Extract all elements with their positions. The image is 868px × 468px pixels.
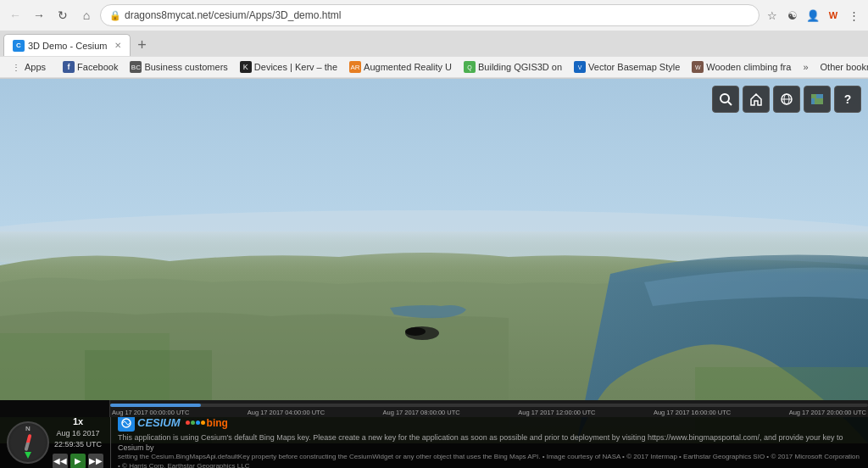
bing-icon (186, 421, 205, 425)
bookmark-business-customers[interactable]: BC Business customers (125, 59, 232, 75)
map-button[interactable] (804, 86, 831, 113)
cesium-text: CESIUM (137, 416, 181, 429)
bing-text: bing (207, 417, 228, 429)
bookmark-qgis-label: Building QGIS3D on (478, 62, 562, 72)
bookmark-facebook[interactable]: f Facebook (58, 59, 123, 75)
bookmark-kerv[interactable]: K Devices | Kerv – the (235, 59, 342, 75)
tl-label-1: Aug 17 2017 04:00:00 UTC (248, 409, 325, 416)
info-text: This application is using Cesium's defau… (118, 433, 861, 453)
compass[interactable]: N (7, 421, 49, 464)
vbs-icon: V (574, 61, 586, 73)
svg-line-9 (728, 102, 732, 105)
globe-button[interactable] (773, 86, 800, 113)
bookmark-facebook-label: Facebook (77, 62, 118, 72)
svg-rect-16 (815, 98, 823, 104)
bookmark-star-icon[interactable]: ☆ (763, 6, 782, 25)
date-line1: Aug 16 2017 (54, 428, 102, 439)
refresh-button[interactable]: ↻ (53, 5, 73, 25)
toolbar-icons: ☆ ☯ 👤 W ⋮ (763, 6, 863, 25)
address-text: dragons8mycat.net/cesium/Apps/3D_demo.ht… (125, 9, 750, 21)
bookmark-ar-label: Augmented Reality U (364, 62, 452, 72)
compass-needle (24, 434, 31, 451)
bc-icon: BC (130, 61, 142, 73)
tl-label-2: Aug 17 2017 08:00:00 UTC (382, 409, 459, 416)
left-controls: N 1x Aug 16 2017 22:59:35 UTC ◀◀ ▶ ▶▶ (0, 417, 110, 468)
bookmark-apps[interactable]: ⋮ Apps (5, 59, 51, 75)
bookmark-wooden-climbing[interactable]: W Wooden climbing fra (687, 59, 796, 75)
office-icon[interactable]: W (824, 6, 843, 25)
extension-icon[interactable]: ☯ (783, 6, 802, 25)
svg-point-6 (405, 327, 426, 336)
bookmark-vector-basemap[interactable]: V Vector Basemap Style (569, 59, 685, 75)
tl-label-0: Aug 17 2017 00:00:00 UTC (112, 409, 189, 416)
bookmark-wc-label: Wooden climbing fra (706, 62, 791, 72)
bookmark-apps-label: Apps (25, 62, 46, 72)
terrain-view (0, 79, 868, 443)
bookmark-qgis[interactable]: Q Building QGIS3D on (459, 59, 567, 75)
forward-button[interactable]: → (29, 5, 49, 25)
tl-label-3: Aug 17 2017 12:00:00 UTC (518, 409, 595, 416)
browser-chrome: ← → ↻ ⌂ 🔒 dragons8mycat.net/cesium/Apps/… (0, 0, 868, 79)
svg-rect-7 (0, 231, 868, 274)
other-bookmarks[interactable]: Other bookmarks (815, 60, 868, 74)
bookmark-kerv-label: Devices | Kerv – the (254, 62, 337, 72)
timeline-bar-area[interactable]: Aug 17 2017 00:00:00 UTC Aug 17 2017 04:… (110, 400, 868, 417)
address-bar[interactable]: 🔒 dragons8mycat.net/cesium/Apps/3D_demo.… (100, 4, 760, 26)
speed-value: 1x (73, 416, 83, 426)
svg-rect-14 (816, 94, 823, 98)
svg-rect-15 (811, 98, 815, 104)
tl-label-4: Aug 17 2017 16:00:00 UTC (654, 409, 731, 416)
bookmark-vbs-label: Vector Basemap Style (588, 62, 680, 72)
play-button[interactable]: ▶ (70, 454, 86, 468)
facebook-icon: f (63, 61, 75, 73)
lock-icon: 🔒 (109, 10, 121, 21)
compass-south-indicator (25, 452, 31, 459)
qgis-icon: Q (464, 61, 476, 73)
bookmarks-bar: ⋮ Apps f Facebook BC Business customers … (0, 56, 868, 78)
tabs-bar: C 3D Demo - Cesium ✕ + (0, 31, 868, 56)
date-line2: 22:59:35 UTC (54, 439, 102, 450)
search-viewer-button[interactable] (712, 86, 739, 113)
viewer-toolbar: ? (712, 86, 861, 113)
wc-icon: W (692, 61, 704, 73)
active-tab[interactable]: C 3D Demo - Cesium ✕ (3, 34, 131, 56)
rewind-button[interactable]: ◀◀ (53, 454, 68, 468)
back-button[interactable]: ← (5, 5, 25, 25)
copyright-text: setting the Cesium.BingMapsApi.defaultKe… (118, 453, 861, 468)
help-button[interactable]: ? (834, 86, 861, 113)
other-bookmarks-label: Other bookmarks (821, 62, 868, 72)
fast-forward-button[interactable]: ▶▶ (88, 454, 103, 468)
home-viewer-button[interactable] (743, 86, 770, 113)
svg-point-8 (721, 94, 729, 103)
datetime-display: Aug 16 2017 22:59:35 UTC (54, 428, 102, 449)
ar-icon: AR (349, 61, 361, 73)
timeline-labels: Aug 17 2017 00:00:00 UTC Aug 17 2017 04:… (110, 400, 868, 417)
tab-favicon: C (13, 40, 25, 52)
help-icon: ? (844, 92, 852, 106)
svg-rect-13 (811, 94, 816, 98)
apps-icon: ⋮ (10, 61, 22, 73)
bookmark-augmented-reality[interactable]: AR Augmented Reality U (344, 59, 457, 75)
timeline-container[interactable]: Aug 17 2017 00:00:00 UTC Aug 17 2017 04:… (0, 400, 868, 417)
profile-icon[interactable]: 👤 (804, 6, 822, 25)
tl-label-5: Aug 17 2017 20:00:00 UTC (789, 409, 866, 416)
tab-close-button[interactable]: ✕ (114, 41, 121, 50)
home-button[interactable]: ⌂ (76, 5, 97, 25)
kerv-icon: K (240, 61, 252, 73)
new-tab-button[interactable]: + (131, 34, 154, 56)
more-bookmarks-button[interactable]: » (798, 60, 813, 74)
playback-controls: ◀◀ ▶ ▶▶ (53, 454, 103, 468)
bing-logo: bing (186, 417, 228, 429)
cesium-viewer[interactable]: ? (0, 79, 868, 443)
tab-title: 3D Demo - Cesium (28, 41, 108, 51)
info-bar: CESIUM bing This application is using Ce… (110, 417, 868, 468)
timeline-left-spacer (0, 400, 110, 417)
bookmark-bc-label: Business customers (144, 62, 227, 72)
top-bar: ← → ↻ ⌂ 🔒 dragons8mycat.net/cesium/Apps/… (0, 0, 868, 31)
compass-north-label: N (25, 425, 31, 432)
bottom-bar: N 1x Aug 16 2017 22:59:35 UTC ◀◀ ▶ ▶▶ (0, 417, 868, 468)
menu-icon[interactable]: ⋮ (844, 6, 863, 25)
